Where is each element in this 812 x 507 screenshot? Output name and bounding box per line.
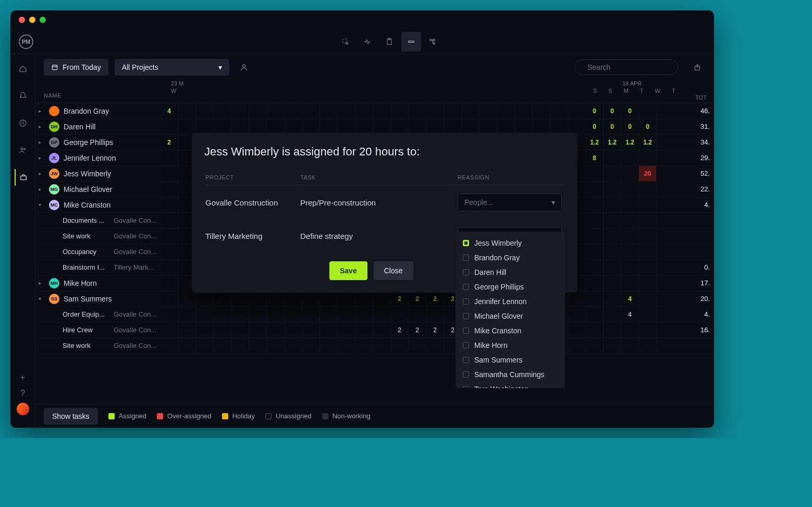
expand-chevron-icon[interactable]: ▸ [39,280,45,286]
grid-cell[interactable] [338,291,355,306]
grid-cell[interactable] [621,228,639,244]
task-name[interactable]: Hire Crew [63,326,109,334]
grid-cell[interactable] [621,166,639,181]
grid-cell[interactable] [355,322,373,337]
dropdown-person-item[interactable]: Daren Hill [456,265,565,280]
grid-cell[interactable] [604,213,621,228]
grid-cell[interactable] [462,119,479,134]
grid-cell[interactable] [285,322,302,337]
grid-cell[interactable] [497,119,515,134]
grid-cell[interactable] [249,103,267,118]
grid-cell[interactable] [639,260,657,275]
grid-cell[interactable] [568,291,586,306]
grid-cell[interactable]: 1.2 [621,135,639,150]
sidebar-help-icon[interactable]: ? [15,385,31,402]
grid-cell[interactable] [604,244,621,259]
grid-cell[interactable]: 2 [409,291,426,306]
grid-cell[interactable] [391,338,409,353]
reassign-select[interactable]: People...▾ [458,194,562,211]
grid-cell[interactable] [285,307,302,322]
grid-cell[interactable]: 2 [161,135,178,150]
grid-cell[interactable] [302,322,320,337]
grid-cell[interactable] [604,275,621,291]
grid-cell[interactable] [409,103,426,118]
grid-cell[interactable] [409,119,426,134]
person-name[interactable]: Mike Cranston [64,201,110,209]
grid-cell[interactable] [355,291,373,306]
grid-cell[interactable] [320,103,338,118]
task-name[interactable]: Occupancy [63,248,109,256]
grid-cell[interactable] [639,213,657,228]
grid-cell[interactable] [161,338,178,353]
grid-cell[interactable] [178,307,196,322]
grid-cell[interactable] [249,291,267,306]
grid-cell[interactable] [355,103,373,118]
grid-cell[interactable] [604,197,621,212]
grid-cell[interactable] [568,338,586,353]
person-name[interactable]: Jess Wimberly [64,170,111,178]
expand-chevron-icon[interactable]: ▸ [39,171,45,176]
save-button[interactable]: Save [329,261,367,280]
grid-cell[interactable] [568,307,586,322]
grid-cell[interactable] [178,103,196,118]
dropdown-person-item[interactable]: Michael Glover [456,309,565,323]
grid-cell[interactable]: 1.2 [604,135,621,150]
grid-cell[interactable] [267,119,285,134]
expand-chevron-icon[interactable]: ▸ [39,108,45,114]
grid-cell[interactable]: 0 [586,103,604,118]
task-name[interactable]: Order Equip... [63,310,109,318]
grid-cell[interactable] [604,166,621,181]
grid-cell[interactable] [586,291,604,306]
dropdown-person-item[interactable]: Sam Summers [456,353,565,367]
nav-clipboard-icon[interactable] [379,32,399,52]
grid-cell[interactable] [214,291,231,306]
task-name[interactable]: Brainstorm I... [63,263,109,271]
close-window-button[interactable] [19,17,25,23]
maximize-window-button[interactable] [40,17,46,23]
grid-cell[interactable] [444,119,462,134]
expand-chevron-icon[interactable]: ▸ [39,155,45,161]
grid-cell[interactable] [586,228,604,244]
grid-cell[interactable] [604,182,621,197]
grid-cell[interactable] [533,119,550,134]
grid-cell[interactable]: 1.2 [639,135,657,150]
person-name[interactable]: George Phillips [64,138,113,147]
dropdown-person-item[interactable]: Jennifer Lennon [456,294,565,309]
minimize-window-button[interactable] [29,17,35,23]
grid-cell[interactable] [373,322,391,337]
grid-cell[interactable] [426,119,444,134]
grid-cell[interactable] [639,322,657,337]
person-name[interactable]: Michael Glover [64,185,112,194]
grid-cell[interactable] [338,338,355,353]
grid-cell[interactable] [568,322,586,337]
person-name[interactable]: Brandon Gray [64,107,109,115]
grid-cell[interactable] [249,119,267,134]
grid-cell[interactable] [568,103,586,118]
person-name[interactable]: Jennifer Lennon [64,154,116,162]
grid-cell[interactable] [586,213,604,228]
person-name[interactable]: Sam Summers [64,295,112,303]
grid-cell[interactable] [231,291,249,306]
grid-cell[interactable] [533,103,550,118]
grid-cell[interactable] [639,150,657,165]
grid-cell[interactable] [621,182,639,197]
grid-cell[interactable]: 2 [426,291,444,306]
grid-cell[interactable] [320,307,338,322]
grid-cell[interactable] [639,197,657,212]
grid-cell[interactable] [586,338,604,353]
grid-cell[interactable] [391,103,409,118]
grid-cell[interactable] [409,307,426,322]
grid-cell[interactable]: 4 [161,103,178,118]
grid-cell[interactable]: 1.2 [586,135,604,150]
grid-cell[interactable] [373,291,391,306]
grid-cell[interactable] [515,119,533,134]
grid-cell[interactable] [586,197,604,212]
grid-cell[interactable]: 0 [621,103,639,118]
expand-chevron-icon[interactable]: ▸ [39,186,45,192]
grid-cell[interactable] [338,119,355,134]
checkbox[interactable] [463,371,469,378]
grid-cell[interactable] [320,322,338,337]
grid-cell[interactable] [285,291,302,306]
grid-cell[interactable]: 4 [621,307,639,322]
nav-activity-icon[interactable] [358,32,377,52]
